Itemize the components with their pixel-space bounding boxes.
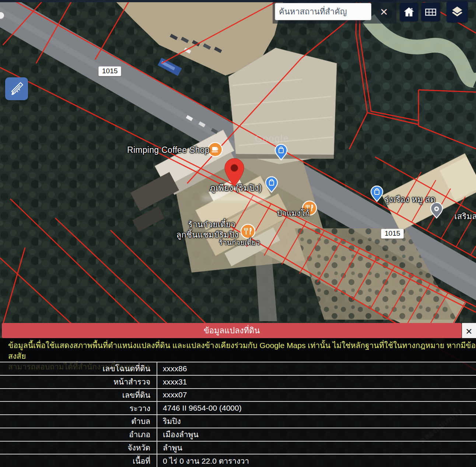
panel-disclaimer: ข้อมูลนี้เพื่อใช้แสดงสภาพพื้นที่ตำแหน่งแ… [0,338,476,362]
row-label: เนื้อที่ [0,454,157,467]
coffee-marker[interactable] [208,143,222,157]
table-row: เลขที่ดิน xxxx07 [0,388,476,401]
row-value: xxxx86 [157,364,476,373]
measure-icon [9,81,24,96]
parcel-grid-button[interactable] [421,3,440,21]
table-row: ระวาง 4746 II 9654-00 (4000) [0,401,476,414]
top-strip [0,0,476,2]
poi-label-pamango[interactable]: ป่าแมงโก้ [277,207,310,219]
google-watermark: Google [255,133,289,144]
search-clear-icon: ✕ [380,6,388,18]
table-row: ตำบล ริมปิง [0,414,476,428]
poi-label-salon[interactable]: เสริมสวย [454,210,476,223]
poi-label-rungruang[interactable]: รุ่งเรือง หมู สด [385,193,435,206]
poi-label-noodle-small[interactable]: ร้านก๋วยเตี๋ยว [219,237,260,248]
search-input[interactable] [275,3,371,20]
search-clear-button[interactable]: ✕ [377,4,391,21]
home-button[interactable] [400,3,418,21]
poi-label-rimping-coffee-shop[interactable]: Rimping Coffee Shop [127,145,210,155]
table-row: อำเภอ เมืองลำพูน [0,428,476,441]
table-row: เลขโฉนดที่ดิน xxxx86 [0,362,476,375]
close-icon: ✕ [465,327,472,337]
row-value: xxxx07 [157,390,476,399]
row-label: หน้าสำรวจ [0,376,157,388]
row-value: 4746 II 9654-00 (4000) [157,404,476,412]
row-label: ระวาง [0,402,157,414]
blurred-label [202,195,268,201]
measure-tool-button[interactable] [5,77,28,100]
panel-title: ข้อมูลแปลงที่ดิน [2,323,462,338]
poi-label-phupiang[interactable]: ภูเพียง (ริมปิง) [210,181,262,194]
row-label: เลขที่ดิน [0,389,157,401]
row-value: เมืองลำพูน [157,428,476,440]
row-label: อำเภอ [0,428,157,441]
home-icon [402,6,416,19]
table-row: จังหวัด ลำพูน [0,441,476,454]
road-badge: 1015 [381,229,404,239]
edge-marker [0,12,4,19]
row-value: ลำพูน [157,442,476,454]
road-badge: 1015 [98,66,121,76]
row-value: ริมปิง [157,415,476,427]
panel-title-text: ข้อมูลแปลงที่ดิน [204,326,260,335]
restaurant-marker[interactable] [241,224,255,238]
row-value: 0 ไร่ 0 งาน 22.0 ตารางวา [157,455,476,467]
panel-close-button[interactable]: ✕ [462,323,476,340]
row-label: จังหวัด [0,442,157,454]
landsmaps-app: Google คลองแม่เกบทิ้ง 1015 1015 Rimping … [0,0,476,467]
row-label: เลขโฉนดที่ดิน [0,362,157,375]
grid-icon [424,5,438,19]
table-row: เนื้อที่ 0 ไร่ 0 งาน 22.0 ตารางวา [0,454,476,467]
parcel-info-table: เลขโฉนดที่ดิน xxxx86 หน้าสำรวจ xxxx31 เล… [0,362,476,467]
layers-icon [449,4,465,20]
row-value: xxxx31 [157,378,476,386]
disclaimer-line1: ข้อมูลนี้เพื่อใช้แสดงสภาพพื้นที่ตำแหน่งแ… [8,340,476,361]
layers-button[interactable] [447,1,468,22]
row-label: ตำบล [0,415,157,428]
table-row: หน้าสำรวจ xxxx31 [0,375,476,388]
